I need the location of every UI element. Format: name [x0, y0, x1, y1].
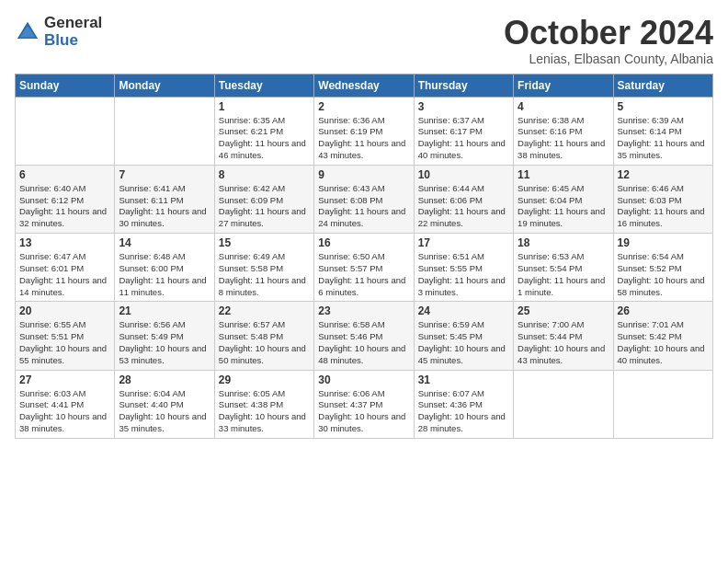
logo-blue: Blue — [44, 32, 102, 50]
calendar-week-4: 20Sunrise: 6:55 AMSunset: 5:51 PMDayligh… — [16, 302, 713, 370]
day-number: 11 — [518, 168, 609, 181]
calendar-cell: 9Sunrise: 6:43 AMSunset: 6:08 PMDaylight… — [314, 165, 414, 233]
day-content: Sunrise: 6:54 AMSunset: 5:52 PMDaylight:… — [618, 251, 709, 298]
calendar-cell: 22Sunrise: 6:57 AMSunset: 5:48 PMDayligh… — [214, 302, 313, 370]
day-content: Sunrise: 6:44 AMSunset: 6:06 PMDaylight:… — [418, 183, 509, 230]
calendar-cell — [514, 370, 613, 438]
calendar-cell: 24Sunrise: 6:59 AMSunset: 5:45 PMDayligh… — [414, 302, 513, 370]
day-number: 28 — [119, 373, 210, 386]
calendar-cell: 14Sunrise: 6:48 AMSunset: 6:00 PMDayligh… — [115, 234, 214, 302]
day-content: Sunrise: 7:00 AMSunset: 5:44 PMDaylight:… — [518, 319, 609, 366]
day-number: 16 — [318, 236, 409, 249]
day-content: Sunrise: 6:47 AMSunset: 6:01 PMDaylight:… — [19, 251, 110, 298]
logo-text: General Blue — [44, 15, 102, 49]
day-number: 9 — [318, 168, 409, 181]
day-number: 7 — [119, 168, 210, 181]
day-number: 3 — [418, 100, 509, 113]
calendar-cell: 13Sunrise: 6:47 AMSunset: 6:01 PMDayligh… — [16, 234, 115, 302]
day-number: 21 — [119, 304, 210, 317]
calendar-cell: 7Sunrise: 6:41 AMSunset: 6:11 PMDaylight… — [115, 165, 214, 233]
day-content: Sunrise: 7:01 AMSunset: 5:42 PMDaylight:… — [618, 319, 709, 366]
day-number: 20 — [19, 304, 110, 317]
calendar-cell: 17Sunrise: 6:51 AMSunset: 5:55 PMDayligh… — [414, 234, 513, 302]
logo: General Blue — [15, 15, 102, 49]
day-number: 6 — [19, 168, 110, 181]
calendar-week-5: 27Sunrise: 6:03 AMSunset: 4:41 PMDayligh… — [16, 370, 713, 438]
calendar-cell: 30Sunrise: 6:06 AMSunset: 4:37 PMDayligh… — [314, 370, 414, 438]
calendar-cell: 12Sunrise: 6:46 AMSunset: 6:03 PMDayligh… — [613, 165, 712, 233]
calendar-cell: 1Sunrise: 6:35 AMSunset: 6:21 PMDaylight… — [214, 97, 313, 165]
day-number: 29 — [219, 373, 310, 386]
day-number: 23 — [318, 304, 409, 317]
day-content: Sunrise: 6:57 AMSunset: 5:48 PMDaylight:… — [219, 319, 310, 366]
day-header-friday: Friday — [514, 74, 613, 97]
day-content: Sunrise: 6:40 AMSunset: 6:12 PMDaylight:… — [19, 183, 110, 230]
calendar-cell: 3Sunrise: 6:37 AMSunset: 6:17 PMDaylight… — [414, 97, 513, 165]
day-content: Sunrise: 6:37 AMSunset: 6:17 PMDaylight:… — [418, 115, 509, 162]
day-content: Sunrise: 6:42 AMSunset: 6:09 PMDaylight:… — [219, 183, 310, 230]
calendar-week-1: 1Sunrise: 6:35 AMSunset: 6:21 PMDaylight… — [16, 97, 713, 165]
calendar-cell: 27Sunrise: 6:03 AMSunset: 4:41 PMDayligh… — [16, 370, 115, 438]
day-content: Sunrise: 6:59 AMSunset: 5:45 PMDaylight:… — [418, 319, 509, 366]
day-header-saturday: Saturday — [613, 74, 712, 97]
day-content: Sunrise: 6:05 AMSunset: 4:38 PMDaylight:… — [219, 388, 310, 435]
calendar-cell — [613, 370, 712, 438]
day-content: Sunrise: 6:51 AMSunset: 5:55 PMDaylight:… — [418, 251, 509, 298]
day-number: 17 — [418, 236, 509, 249]
calendar-cell: 20Sunrise: 6:55 AMSunset: 5:51 PMDayligh… — [16, 302, 115, 370]
day-number: 12 — [618, 168, 709, 181]
day-number: 27 — [19, 373, 110, 386]
day-content: Sunrise: 6:43 AMSunset: 6:08 PMDaylight:… — [318, 183, 409, 230]
day-content: Sunrise: 6:48 AMSunset: 6:00 PMDaylight:… — [119, 251, 210, 298]
day-number: 8 — [219, 168, 310, 181]
day-header-monday: Monday — [115, 74, 214, 97]
logo-icon — [15, 19, 40, 45]
day-header-wednesday: Wednesday — [314, 74, 414, 97]
day-content: Sunrise: 6:56 AMSunset: 5:49 PMDaylight:… — [119, 319, 210, 366]
calendar-week-2: 6Sunrise: 6:40 AMSunset: 6:12 PMDaylight… — [16, 165, 713, 233]
day-content: Sunrise: 6:38 AMSunset: 6:16 PMDaylight:… — [518, 115, 609, 162]
calendar-cell: 29Sunrise: 6:05 AMSunset: 4:38 PMDayligh… — [214, 370, 313, 438]
day-content: Sunrise: 6:46 AMSunset: 6:03 PMDaylight:… — [618, 183, 709, 230]
calendar-cell: 28Sunrise: 6:04 AMSunset: 4:40 PMDayligh… — [115, 370, 214, 438]
logo-general: General — [44, 15, 102, 32]
calendar-cell: 26Sunrise: 7:01 AMSunset: 5:42 PMDayligh… — [613, 302, 712, 370]
calendar-cell: 23Sunrise: 6:58 AMSunset: 5:46 PMDayligh… — [314, 302, 414, 370]
day-number: 22 — [219, 304, 310, 317]
day-number: 14 — [119, 236, 210, 249]
title-block: October 2024 Lenias, Elbasan County, Alb… — [504, 15, 713, 66]
calendar-cell: 21Sunrise: 6:56 AMSunset: 5:49 PMDayligh… — [115, 302, 214, 370]
calendar-cell: 31Sunrise: 6:07 AMSunset: 4:36 PMDayligh… — [414, 370, 513, 438]
month-title: October 2024 — [504, 15, 713, 52]
day-content: Sunrise: 6:03 AMSunset: 4:41 PMDaylight:… — [19, 388, 110, 435]
calendar-cell: 25Sunrise: 7:00 AMSunset: 5:44 PMDayligh… — [514, 302, 613, 370]
day-content: Sunrise: 6:35 AMSunset: 6:21 PMDaylight:… — [219, 115, 310, 162]
day-content: Sunrise: 6:39 AMSunset: 6:14 PMDaylight:… — [618, 115, 709, 162]
calendar-cell: 6Sunrise: 6:40 AMSunset: 6:12 PMDaylight… — [16, 165, 115, 233]
calendar-table: SundayMondayTuesdayWednesdayThursdayFrid… — [15, 74, 713, 439]
calendar-cell: 5Sunrise: 6:39 AMSunset: 6:14 PMDaylight… — [613, 97, 712, 165]
day-header-sunday: Sunday — [16, 74, 115, 97]
day-number: 10 — [418, 168, 509, 181]
calendar-cell: 11Sunrise: 6:45 AMSunset: 6:04 PMDayligh… — [514, 165, 613, 233]
day-number: 18 — [518, 236, 609, 249]
day-number: 24 — [418, 304, 509, 317]
day-number: 31 — [418, 373, 509, 386]
day-content: Sunrise: 6:58 AMSunset: 5:46 PMDaylight:… — [318, 319, 409, 366]
day-content: Sunrise: 6:04 AMSunset: 4:40 PMDaylight:… — [119, 388, 210, 435]
day-number: 13 — [19, 236, 110, 249]
calendar-cell: 18Sunrise: 6:53 AMSunset: 5:54 PMDayligh… — [514, 234, 613, 302]
calendar-header-row: SundayMondayTuesdayWednesdayThursdayFrid… — [16, 74, 713, 97]
day-content: Sunrise: 6:36 AMSunset: 6:19 PMDaylight:… — [318, 115, 409, 162]
day-number: 19 — [618, 236, 709, 249]
calendar-cell — [16, 97, 115, 165]
day-content: Sunrise: 6:45 AMSunset: 6:04 PMDaylight:… — [518, 183, 609, 230]
day-content: Sunrise: 6:50 AMSunset: 5:57 PMDaylight:… — [318, 251, 409, 298]
calendar-week-3: 13Sunrise: 6:47 AMSunset: 6:01 PMDayligh… — [16, 234, 713, 302]
day-content: Sunrise: 6:53 AMSunset: 5:54 PMDaylight:… — [518, 251, 609, 298]
page-header: General Blue October 2024 Lenias, Elbasa… — [15, 15, 713, 66]
calendar-cell: 10Sunrise: 6:44 AMSunset: 6:06 PMDayligh… — [414, 165, 513, 233]
calendar-cell: 19Sunrise: 6:54 AMSunset: 5:52 PMDayligh… — [613, 234, 712, 302]
day-content: Sunrise: 6:49 AMSunset: 5:58 PMDaylight:… — [219, 251, 310, 298]
day-number: 26 — [618, 304, 709, 317]
